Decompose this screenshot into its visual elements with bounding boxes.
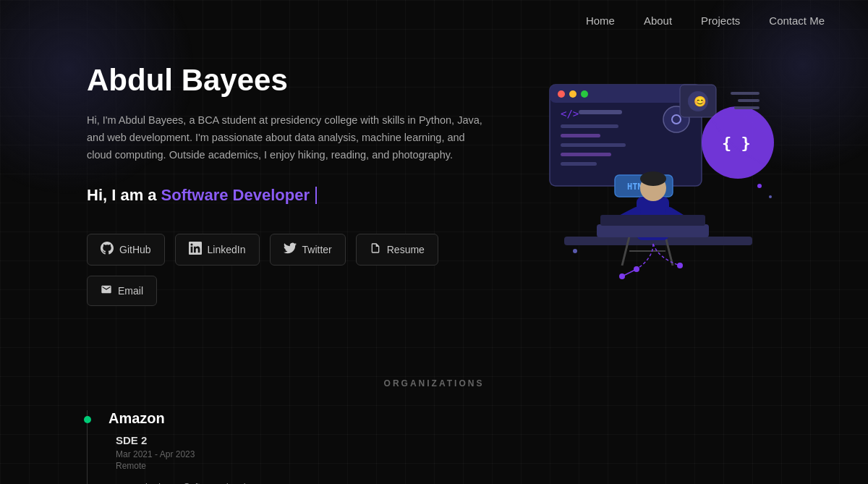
- svg-rect-8: [561, 134, 600, 137]
- organizations-section: ORGANIZATIONS Amazon SDE 2 Mar 2021 - Ap…: [0, 349, 868, 484]
- svg-rect-31: [600, 215, 705, 226]
- svg-text:😊: 😊: [694, 95, 707, 108]
- linkedin-icon: [189, 242, 202, 258]
- svg-point-3: [569, 90, 576, 98]
- resume-icon: [370, 242, 381, 257]
- github-label: GitHub: [119, 244, 151, 255]
- role-card: SDE 2 Mar 2021 - Apr 2023 Remote worked …: [116, 434, 339, 484]
- svg-point-39: [769, 195, 772, 198]
- linkedin-button[interactable]: LinkedIn: [175, 234, 260, 266]
- svg-rect-7: [561, 124, 618, 128]
- tagline-prefix: Hi, I am a: [87, 186, 157, 205]
- svg-rect-6: [579, 110, 622, 114]
- svg-rect-9: [561, 143, 626, 147]
- svg-rect-30: [597, 224, 709, 237]
- hero-tagline: Hi, I am a Software Developer: [87, 186, 492, 205]
- role-dates: Mar 2021 - Apr 2023: [116, 449, 339, 459]
- cursor-blink: [315, 187, 317, 204]
- navbar: Home About Projects Contact Me: [0, 0, 868, 41]
- nav-contact[interactable]: Contact Me: [769, 14, 825, 27]
- role-location: Remote: [116, 461, 339, 471]
- role-bullets: worked as a Software developer made webs…: [116, 478, 339, 484]
- tagline-role: Software Developer: [161, 186, 310, 205]
- svg-rect-10: [561, 153, 611, 156]
- bullet-1: worked as a Software developer: [130, 478, 339, 484]
- svg-text:</>: </>: [561, 108, 579, 119]
- org-timeline: Amazon SDE 2 Mar 2021 - Apr 2023 Remote …: [87, 410, 781, 484]
- timeline-dot: [84, 416, 91, 423]
- svg-text:{ }: { }: [722, 134, 751, 152]
- github-icon: [101, 242, 114, 258]
- svg-point-38: [757, 184, 762, 188]
- hero-section: Abdul Bayees Hi, I'm Abdul Bayees, a BCA…: [0, 41, 868, 349]
- twitter-button[interactable]: Twitter: [270, 234, 346, 266]
- hero-left: Abdul Bayees Hi, I'm Abdul Bayees, a BCA…: [87, 63, 492, 306]
- svg-rect-35: [731, 92, 760, 95]
- resume-label: Resume: [387, 244, 425, 255]
- resume-button[interactable]: Resume: [356, 234, 438, 266]
- twitter-label: Twitter: [302, 244, 332, 255]
- svg-rect-36: [738, 99, 760, 102]
- email-button[interactable]: Email: [87, 276, 157, 306]
- org-name: Amazon: [109, 410, 339, 427]
- nav-about[interactable]: About: [644, 14, 672, 27]
- svg-rect-11: [561, 162, 597, 166]
- svg-rect-37: [734, 106, 760, 109]
- linkedin-label: LinkedIn: [208, 244, 246, 255]
- nav-projects[interactable]: Projects: [701, 14, 740, 27]
- hero-bio: Hi, I'm Abdul Bayees, a BCA student at p…: [87, 112, 492, 164]
- social-buttons: GitHub LinkedIn Twitter: [87, 234, 492, 306]
- developer-illustration: </> 😊 { } HTML: [535, 70, 781, 280]
- github-button[interactable]: GitHub: [87, 234, 165, 266]
- email-label: Email: [118, 285, 143, 297]
- twitter-icon: [284, 242, 297, 258]
- svg-point-40: [573, 249, 577, 253]
- email-icon: [101, 284, 112, 298]
- hero-illustration: </> 😊 { } HTML: [535, 63, 781, 280]
- svg-point-33: [677, 263, 683, 268]
- org-section-header: ORGANIZATIONS: [87, 378, 781, 389]
- svg-point-4: [581, 90, 588, 98]
- svg-point-27: [640, 171, 666, 186]
- svg-point-2: [558, 90, 565, 98]
- nav-home[interactable]: Home: [586, 14, 615, 27]
- hero-name: Abdul Bayees: [87, 63, 492, 98]
- org-content: Amazon SDE 2 Mar 2021 - Apr 2023 Remote …: [87, 410, 339, 484]
- role-title: SDE 2: [116, 434, 339, 446]
